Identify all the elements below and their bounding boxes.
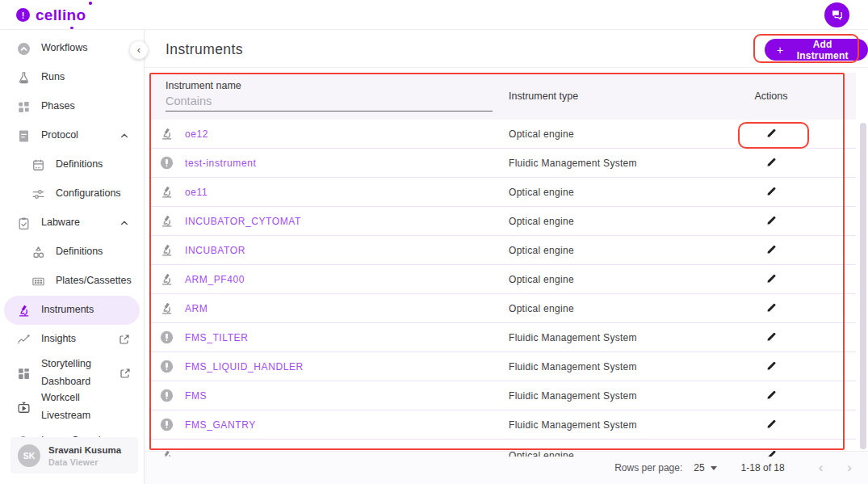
- vertical-scrollbar[interactable]: [860, 123, 866, 449]
- instrument-name-link[interactable]: ARM: [185, 303, 208, 314]
- sidebar-item-label: Runs: [41, 69, 65, 86]
- fluidic-icon: [159, 156, 174, 170]
- instrument-name-link[interactable]: FMS_LIQUID_HANDLER: [185, 361, 304, 372]
- microscope-icon: [159, 214, 174, 229]
- previous-page-button[interactable]: ‹: [814, 460, 828, 476]
- pencil-icon: [765, 420, 778, 432]
- pencil-icon: [765, 246, 778, 258]
- sidebar-item-label: Workflows: [41, 40, 87, 57]
- sidebar-item-label: Definitions: [56, 156, 103, 174]
- table-body: oe12Optical enginetest-instrumentFluidic…: [151, 120, 856, 440]
- next-page-button[interactable]: ›: [842, 460, 857, 476]
- instrument-name-link[interactable]: test-instrument: [185, 158, 256, 169]
- chevron-up-icon[interactable]: [119, 130, 131, 142]
- sidebar-item-protocol[interactable]: Protocol: [0, 121, 144, 150]
- table-row: ARM_PF400Optical engine: [151, 265, 856, 294]
- instrument-name-link[interactable]: INCUBATOR: [185, 245, 245, 256]
- sidebar-item-label: Protocol: [41, 127, 78, 145]
- sidebar-item-instruments[interactable]: Instruments: [4, 296, 140, 325]
- pencil-icon: [765, 362, 778, 374]
- instrument-name-filter-input[interactable]: [166, 92, 493, 112]
- add-instrument-button[interactable]: + Add Instrument: [765, 39, 868, 61]
- sidebar: WorkflowsRunsPhasesProtocolDefinitionsCo…: [0, 30, 144, 484]
- cellino-logo: ! cellino: [16, 5, 86, 25]
- logo-dot-top: [89, 2, 92, 5]
- instrument-type-cell: Optical engine: [509, 245, 711, 256]
- sidebar-item-workflows[interactable]: Workflows: [0, 34, 144, 63]
- edit-instrument-button[interactable]: [759, 269, 784, 290]
- edit-instrument-button[interactable]: [759, 298, 784, 319]
- instrument-type-cell: Optical engine: [509, 187, 711, 198]
- sidebar-item-label: Labware: [41, 214, 80, 232]
- sidebar-item-storytelling-dashboard[interactable]: Storytelling Dashboard: [0, 354, 144, 393]
- title-row: Instruments + Add Instrument: [145, 30, 868, 68]
- edit-instrument-button[interactable]: [759, 182, 784, 203]
- top-bar: ! cellino: [0, 0, 868, 30]
- main-content: Instruments + Add Instrument Instrument …: [145, 30, 868, 484]
- logo-text: cellino: [36, 6, 86, 24]
- runs-icon: [16, 70, 31, 85]
- sidebar-item-image-search[interactable]: Image Search: [0, 427, 144, 437]
- instrument-name-link[interactable]: FMS_TILTER: [185, 332, 248, 343]
- sidebar-collapse-button[interactable]: ‹: [130, 41, 148, 59]
- add-instrument-label: Add Instrument: [789, 39, 856, 61]
- edit-instrument-button[interactable]: [759, 415, 784, 436]
- pagination-range: 1-18 of 18: [741, 462, 785, 473]
- sidebar-item-label: Plates/Cassettes: [56, 272, 125, 290]
- sidebar-item-label: Insights: [41, 330, 76, 348]
- page-title: Instruments: [166, 41, 243, 58]
- fluidic-icon: [159, 330, 174, 345]
- edit-instrument-button[interactable]: [759, 124, 784, 145]
- calendar-icon: [31, 158, 45, 172]
- instrument-name-link[interactable]: ARM_PF400: [185, 274, 245, 285]
- rows-per-page-select[interactable]: 25: [694, 462, 716, 473]
- shapes-icon: [31, 245, 45, 259]
- chevron-up-icon[interactable]: [119, 217, 131, 229]
- sidebar-item-protocol-definitions[interactable]: Definitions: [0, 150, 144, 179]
- pencil-icon: [765, 187, 778, 200]
- livestream-icon: [16, 400, 31, 415]
- microscope-icon: [159, 272, 174, 287]
- instrument-type-cell: Optical engine: [509, 303, 711, 314]
- column-header-actions: Actions: [711, 90, 832, 102]
- table-row: INCUBATOR_CYTOMATOptical engine: [151, 207, 856, 236]
- fluidic-icon: [159, 360, 174, 374]
- edit-instrument-button[interactable]: [759, 240, 784, 261]
- edit-instrument-button[interactable]: [759, 385, 784, 406]
- edit-instrument-button[interactable]: [759, 327, 784, 348]
- external-link-icon: [119, 334, 131, 346]
- chat-button[interactable]: [824, 2, 849, 27]
- instrument-name-link[interactable]: oe12: [185, 128, 208, 140]
- instrument-name-link[interactable]: FMS: [185, 390, 207, 402]
- edit-instrument-button[interactable]: [759, 211, 784, 232]
- sidebar-item-configurations[interactable]: Configurations: [0, 179, 144, 208]
- sidebar-item-runs[interactable]: Runs: [0, 63, 144, 92]
- edit-instrument-button[interactable]: [759, 356, 784, 377]
- microscope-icon: [159, 127, 174, 141]
- sidebar-item-labware[interactable]: Labware: [0, 208, 144, 238]
- phases-icon: [16, 99, 31, 114]
- instrument-type-cell: Optical engine: [509, 128, 711, 140]
- microscope-icon: [159, 301, 174, 316]
- plates-icon: [31, 274, 45, 288]
- table-row: INCUBATOROptical engine: [151, 236, 856, 265]
- user-card[interactable]: SK Sravani Kusuma Data Viewer: [10, 437, 138, 473]
- instrument-name-link[interactable]: oe11: [185, 187, 208, 198]
- table-row: oe11Optical engine: [151, 178, 856, 207]
- edit-instrument-button[interactable]: [759, 153, 784, 174]
- sidebar-item-insights[interactable]: Insights: [0, 325, 144, 354]
- sidebar-divider: [144, 30, 145, 484]
- sidebar-item-plates-cassettes[interactable]: Plates/Cassettes: [0, 267, 144, 296]
- sidebar-item-phases[interactable]: Phases: [0, 92, 144, 121]
- sidebar-item-labware-definitions[interactable]: Definitions: [0, 238, 144, 267]
- sidebar-item-workcell-livestream[interactable]: Workcell Livestream: [0, 393, 144, 422]
- fluidic-icon: [159, 389, 174, 403]
- table-row: oe12Optical engine: [151, 120, 856, 149]
- instrument-name-link[interactable]: INCUBATOR_CYTOMAT: [185, 216, 301, 227]
- rows-per-page-value: 25: [694, 462, 704, 473]
- instrument-type-cell: Optical engine: [509, 216, 711, 227]
- instrument-name-link[interactable]: FMS_GANTRY: [185, 419, 256, 431]
- chat-icon: [830, 8, 844, 22]
- instrument-type-cell: Fluidic Management System: [509, 419, 711, 431]
- external-link-icon: [120, 368, 131, 380]
